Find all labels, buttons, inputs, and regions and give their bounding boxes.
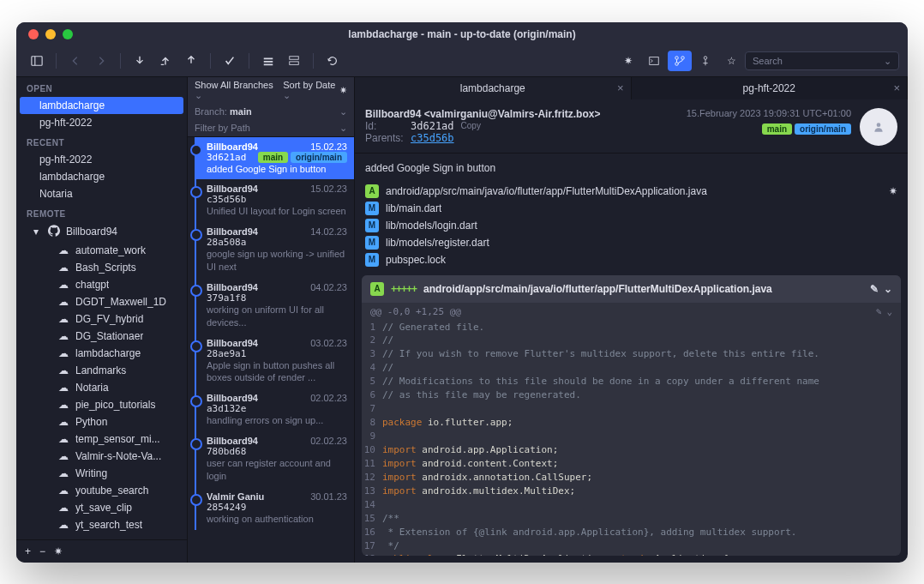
file-row[interactable]: Mlib/models/register.dart — [362, 234, 901, 251]
sidebar-repo-Bash_Scripts[interactable]: ☁Bash_Scripts — [20, 259, 183, 276]
commit-780bd68[interactable]: Billboard9402.02.23780bd68user can regis… — [195, 431, 354, 487]
sidebar-repo-chatgpt[interactable]: ☁chatgpt — [20, 276, 183, 293]
file-row[interactable]: Mlib/models/login.dart — [362, 217, 901, 234]
sidebar-repo-temp_sensor_mi...[interactable]: ☁temp_sensor_mi... — [20, 430, 183, 448]
file-list: Aandroid/app/src/main/java/io/flutter/ap… — [355, 183, 908, 275]
cloud-icon: ☁ — [57, 485, 69, 497]
sidebar: OPEN lambdachargepg-hft-2022 RECENT pg-h… — [16, 77, 188, 563]
sidebar-repo-lambdacharge[interactable]: ☁lambdacharge — [20, 345, 183, 362]
cloud-icon: ☁ — [57, 467, 69, 479]
commit-c35d56b[interactable]: Billboard9415.02.23c35d56bUnified UI lay… — [195, 179, 354, 222]
sidebar-repo-Writing[interactable]: ☁Writing — [20, 465, 183, 482]
cloud-icon: ☁ — [57, 262, 69, 274]
settings-button[interactable]: ✷ — [54, 545, 63, 557]
edit-icon[interactable]: ✎ — [876, 306, 882, 317]
refresh-button[interactable] — [321, 51, 345, 71]
remote-account[interactable]: ▾ Billboard94 — [20, 222, 183, 242]
filter-settings-icon[interactable]: ✷ — [339, 85, 347, 96]
sidebar-repo-pie_pico_tutorials[interactable]: ☁pie_pico_tutorials — [20, 396, 183, 413]
gear-icon[interactable]: ✷ — [889, 185, 897, 197]
file-row[interactable]: Mlib/main.dart — [362, 200, 901, 217]
commit-28ae9a1[interactable]: Billboard9403.02.2328ae9a1Apple sign in … — [195, 334, 354, 389]
commit-message: added Google Sign in button — [355, 154, 908, 183]
commit-list[interactable]: Billboard9415.02.233d621admainorigin/mai… — [188, 137, 354, 563]
chevron-down-icon[interactable]: ⌄ — [886, 306, 892, 317]
window-title: lambdacharge - main - up-to-date (origin… — [16, 28, 908, 40]
sidebar-repo-DG_FV_hybrid[interactable]: ☁DG_FV_hybrid — [20, 310, 183, 328]
tab-pg-hft-2022[interactable]: pg-hft-2022 × — [632, 77, 909, 99]
sidebar-section-remote: REMOTE — [16, 202, 187, 222]
titlebar: lambdacharge - main - up-to-date (origin… — [16, 22, 908, 46]
stage-button[interactable] — [282, 51, 306, 71]
svg-rect-7 — [650, 57, 659, 65]
svg-rect-4 — [264, 64, 273, 66]
filter-sort[interactable]: Sort by Date ⌄ — [283, 80, 339, 101]
add-button[interactable]: + — [25, 545, 31, 557]
chevron-down-icon: ⌄ — [884, 56, 891, 67]
parent-link[interactable]: c35d56b — [411, 132, 454, 144]
settings-gear-icon[interactable]: ✷ — [616, 51, 640, 71]
sidebar-item-Notaria[interactable]: Notaria — [20, 185, 183, 202]
push-button[interactable] — [179, 51, 203, 71]
pull-button[interactable] — [153, 51, 177, 71]
sidebar-repo-yt_save_clip[interactable]: ☁yt_save_clip — [20, 499, 183, 516]
close-icon[interactable]: × — [617, 81, 624, 94]
window-maximize[interactable] — [63, 29, 73, 39]
toggle-sidebar-button[interactable] — [25, 51, 49, 71]
tab-lambdacharge[interactable]: lambdacharge × — [355, 77, 632, 99]
sidebar-repo-Python[interactable]: ☁Python — [20, 413, 183, 430]
search-placeholder: Search — [753, 56, 783, 66]
sidebar-repo-youtube_search[interactable]: ☁youtube_search — [20, 482, 183, 499]
commit-379a1f8[interactable]: Billboard9404.02.23379a1f8working on uni… — [195, 278, 354, 334]
sidebar-item-pg-hft-2022[interactable]: pg-hft-2022 — [20, 151, 183, 168]
commit-button[interactable] — [218, 51, 242, 71]
copy-button[interactable]: Copy — [461, 121, 481, 130]
sidebar-item-lambdacharge[interactable]: lambdacharge — [20, 168, 183, 185]
branch-selector[interactable]: Branch: main — [195, 106, 252, 117]
fetch-button[interactable] — [128, 51, 152, 71]
search-input[interactable]: Search ⌄ — [745, 51, 899, 70]
sidebar-item-pg-hft-2022[interactable]: pg-hft-2022 — [20, 114, 183, 131]
sidebar-repo-Valmir-s-Note-Va...[interactable]: ☁Valmir-s-Note-Va... — [20, 448, 183, 465]
file-row[interactable]: Aandroid/app/src/main/java/io/flutter/ap… — [362, 183, 901, 200]
stash-button[interactable] — [256, 51, 280, 71]
svg-rect-2 — [264, 58, 273, 60]
sidebar-repo-yt_search_test[interactable]: ☁yt_search_test — [20, 516, 183, 533]
sidebar-repo-DGDT_Maxwell_1D[interactable]: ☁DGDT_Maxwell_1D — [20, 293, 183, 310]
sidebar-item-lambdacharge[interactable]: lambdacharge — [20, 97, 183, 114]
commit-3d621ad[interactable]: Billboard9415.02.233d621admainorigin/mai… — [195, 137, 354, 180]
remove-button[interactable]: − — [39, 545, 45, 557]
filter-branches[interactable]: Show All Branches ⌄ — [195, 80, 274, 101]
code-view[interactable]: 1// Generated file.2//3// If you wish to… — [362, 321, 901, 556]
nav-back-button[interactable] — [63, 51, 87, 71]
svg-point-9 — [681, 57, 685, 60]
avatar — [860, 108, 897, 146]
sidebar-repo-Notaria[interactable]: ☁Notaria — [20, 379, 183, 396]
commit-28a508a[interactable]: Billboard9414.02.2328a508agoogle sign up… — [195, 222, 354, 278]
window-close[interactable] — [28, 29, 39, 39]
cloud-icon: ☁ — [57, 347, 69, 359]
app-window: lambdacharge - main - up-to-date (origin… — [16, 22, 908, 563]
tag-button[interactable] — [693, 51, 717, 71]
commit-a3d132e[interactable]: Billboard9402.02.23a3d132ehandling error… — [195, 388, 354, 431]
commit-panel: Show All Branches ⌄ Sort by Date ⌄ ✷ Bra… — [188, 77, 355, 563]
commit-timestamp: 15.February 2023 19:09:31 UTC+01:00 — [687, 108, 851, 118]
file-row[interactable]: Mpubspec.lock — [362, 251, 901, 268]
detail-panel: lambdacharge × pg-hft-2022 × Billboard94… — [355, 77, 908, 563]
sidebar-section-recent: RECENT — [16, 131, 187, 151]
path-filter[interactable]: Filter by Path — [195, 123, 250, 133]
svg-rect-0 — [32, 57, 42, 66]
sidebar-repo-automate_work[interactable]: ☁automate_work — [20, 242, 183, 259]
close-icon[interactable]: × — [893, 81, 900, 94]
branch-button[interactable] — [668, 51, 692, 71]
nav-forward-button[interactable] — [89, 51, 113, 71]
sidebar-repo-Landmarks[interactable]: ☁Landmarks — [20, 362, 183, 379]
sidebar-repo-DG_Stationaer[interactable]: ☁DG_Stationaer — [20, 328, 183, 345]
terminal-button[interactable] — [642, 51, 666, 71]
window-minimize[interactable] — [45, 29, 56, 39]
favorite-button[interactable]: ☆ — [719, 51, 743, 71]
edit-icon[interactable]: ✎ — [870, 283, 879, 295]
file-status-badge: A — [370, 282, 384, 296]
commit-2854249[interactable]: Valmir Ganiu30.01.232854249working on au… — [195, 487, 354, 530]
chevron-down-icon[interactable]: ⌄ — [884, 283, 892, 295]
